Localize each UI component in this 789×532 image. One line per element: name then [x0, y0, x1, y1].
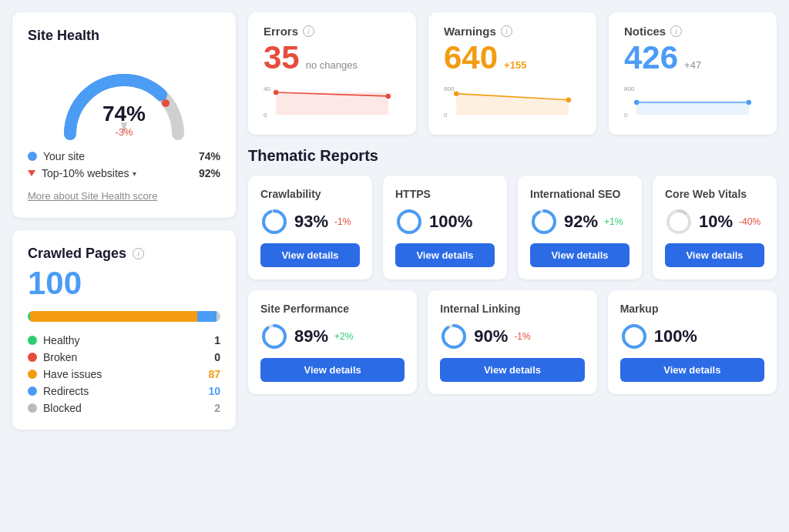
notices-chart: 800 0: [624, 79, 761, 125]
intl-seo-change: +1%: [604, 216, 623, 227]
count-healthy: 1: [214, 334, 220, 346]
your-site-value: 74%: [199, 150, 220, 162]
your-site-label: Your site: [43, 150, 85, 162]
markup-view-btn[interactable]: View details: [620, 358, 764, 382]
cwv-ring: [665, 208, 693, 236]
reports-top-grid: Crawlability 93% -1% View details HTTPS: [248, 176, 777, 279]
report-crawlability: Crawlability 93% -1% View details: [248, 176, 372, 279]
site-perf-ring: [260, 323, 288, 350]
gauge-change: -3%: [102, 126, 146, 138]
dot-redirects: [28, 386, 37, 396]
crawled-progress-bar: [28, 311, 220, 322]
your-site-row: Your site 74%: [28, 150, 220, 162]
errors-card: Errors i 35 no changes 40 0: [248, 12, 416, 135]
svg-point-16: [747, 100, 751, 105]
intl-seo-score: 92%: [564, 212, 598, 232]
svg-point-20: [398, 211, 420, 233]
dot-blocked: [28, 403, 37, 413]
notices-card: Notices i 426 +47 800 0: [609, 12, 777, 135]
svg-text:0: 0: [264, 112, 267, 119]
report-https: HTTPS 100% View details: [383, 176, 507, 279]
pb-blocked: [217, 311, 220, 322]
site-health-title: Site Health: [28, 28, 220, 44]
errors-chart: 40 0: [264, 79, 401, 125]
svg-text:40: 40: [264, 85, 270, 92]
warnings-card: Warnings i 640 +155 800 0: [428, 12, 596, 135]
errors-number: 35: [264, 39, 300, 76]
crawled-pages-title: Crawled Pages: [28, 246, 126, 262]
thematic-title: Thematic Reports: [248, 147, 777, 165]
svg-text:800: 800: [444, 85, 455, 92]
report-cwv: Core Web Vitals 10% -40% View details: [653, 176, 777, 279]
crawled-pages-info-icon[interactable]: i: [133, 248, 144, 259]
pb-issues: [30, 311, 198, 322]
site-perf-score: 89%: [294, 326, 328, 346]
svg-point-28: [443, 326, 465, 347]
warnings-change: +155: [504, 59, 526, 71]
internal-linking-view-btn[interactable]: View details: [440, 358, 584, 382]
site-perf-view-btn[interactable]: View details: [260, 358, 405, 382]
chevron-down-icon[interactable]: ▾: [133, 169, 136, 178]
svg-point-22: [533, 211, 555, 233]
thematic-section: Thematic Reports Crawlability 93% -1% Vi…: [248, 147, 777, 394]
notices-info-icon[interactable]: i: [670, 25, 682, 37]
metrics-row: Errors i 35 no changes 40 0: [248, 12, 777, 135]
report-intl-seo: International SEO 92% +1% View details: [518, 176, 642, 279]
svg-point-18: [264, 211, 285, 233]
legend-redirects: Redirects 10: [28, 385, 220, 397]
right-column: Errors i 35 no changes 40 0: [248, 12, 777, 430]
left-column: Site Health 74% -3%: [12, 12, 236, 430]
report-crawlability-name: Crawlability: [260, 188, 360, 200]
svg-text:800: 800: [624, 85, 635, 92]
report-site-perf: Site Performance 89% +2% View details: [248, 290, 417, 394]
label-blocked: Blocked: [43, 402, 82, 414]
errors-info-icon[interactable]: i: [303, 25, 314, 37]
cwv-change: -40%: [739, 216, 760, 227]
crawl-legend: Healthy 1 Broken 0 Have issues: [28, 334, 220, 414]
more-about-link[interactable]: More about Site Health score: [28, 190, 157, 202]
svg-point-23: [668, 211, 690, 233]
label-issues: Have issues: [43, 368, 102, 380]
report-https-name: HTTPS: [395, 188, 495, 200]
legend-broken: Broken 0: [28, 351, 220, 363]
legend-healthy: Healthy 1: [28, 334, 220, 346]
https-view-btn[interactable]: View details: [395, 243, 495, 267]
label-redirects: Redirects: [43, 385, 89, 397]
svg-text:0: 0: [444, 112, 448, 119]
crawlability-change: -1%: [334, 216, 351, 227]
reports-bottom-grid: Site Performance 89% +2% View details In…: [248, 290, 777, 394]
top10-arrow-icon: [28, 170, 35, 176]
crawled-pages-card: Crawled Pages i 100 Healthy 1: [12, 230, 236, 430]
report-site-perf-name: Site Performance: [260, 303, 405, 315]
gauge-center: 74% -3%: [102, 102, 146, 138]
errors-label: Errors: [264, 25, 298, 38]
report-intl-seo-name: International SEO: [530, 188, 630, 200]
errors-change: no changes: [306, 59, 358, 71]
warnings-number: 640: [444, 39, 498, 76]
top10-label: Top-10% websites: [42, 167, 129, 179]
count-redirects: 10: [208, 385, 220, 397]
svg-point-15: [634, 100, 639, 105]
count-issues: 87: [208, 368, 220, 380]
crawlability-score: 93%: [294, 212, 328, 232]
svg-marker-14: [636, 102, 749, 115]
your-site-dot: [28, 152, 37, 161]
crawlability-view-btn[interactable]: View details: [260, 243, 360, 267]
svg-point-6: [386, 94, 391, 99]
intl-seo-view-btn[interactable]: View details: [530, 243, 630, 267]
site-health-card: Site Health 74% -3%: [12, 12, 236, 218]
count-broken: 0: [214, 351, 220, 363]
gauge-percent: 74%: [102, 102, 146, 126]
dot-healthy: [28, 336, 37, 345]
svg-point-11: [566, 98, 571, 102]
legend-issues: Have issues 87: [28, 368, 220, 380]
cwv-view-btn[interactable]: View details: [665, 243, 764, 267]
crawled-count: 100: [28, 265, 220, 302]
warnings-info-icon[interactable]: i: [501, 25, 512, 37]
crawlability-ring: [260, 208, 288, 236]
legend-blocked: Blocked 2: [28, 402, 220, 414]
top10-value: 92%: [199, 167, 220, 179]
svg-point-5: [274, 90, 278, 95]
dashboard: Site Health 74% -3%: [12, 12, 777, 430]
warnings-chart: 800 0: [444, 79, 581, 125]
